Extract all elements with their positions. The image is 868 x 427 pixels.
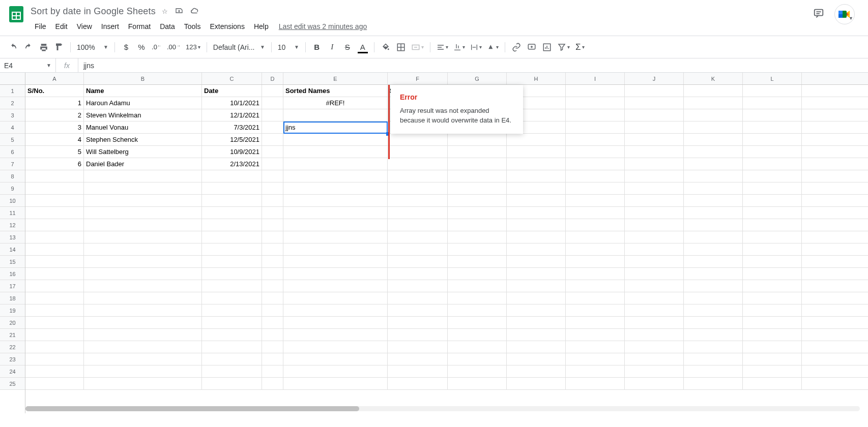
cell[interactable] xyxy=(684,109,743,121)
cell[interactable] xyxy=(625,268,684,280)
cell[interactable] xyxy=(743,268,802,280)
column-headers[interactable]: ABCDEFGHIJKL xyxy=(25,73,868,85)
cell[interactable] xyxy=(566,182,625,194)
cell[interactable] xyxy=(625,329,684,341)
cell[interactable] xyxy=(507,170,566,182)
cell[interactable] xyxy=(448,304,507,316)
cell[interactable] xyxy=(448,170,507,182)
row-header-9[interactable]: 9 xyxy=(0,182,25,195)
cell[interactable] xyxy=(262,256,283,267)
cell[interactable] xyxy=(625,280,684,292)
cell[interactable] xyxy=(262,97,283,109)
cell[interactable] xyxy=(684,195,743,206)
cell[interactable] xyxy=(625,256,684,267)
cell[interactable] xyxy=(84,243,202,255)
cell[interactable] xyxy=(84,207,202,219)
cell[interactable] xyxy=(262,121,283,133)
cell[interactable] xyxy=(84,268,202,280)
cell[interactable] xyxy=(566,268,625,280)
cell[interactable] xyxy=(388,146,448,158)
cell[interactable] xyxy=(262,170,283,182)
cell[interactable] xyxy=(743,109,802,121)
document-title[interactable]: Sort by date in Google Sheets xyxy=(31,6,156,17)
cell[interactable] xyxy=(743,134,802,145)
cell[interactable] xyxy=(625,219,684,231)
row-header-12[interactable]: 12 xyxy=(0,219,25,231)
menu-data[interactable]: Data xyxy=(156,20,179,33)
cell[interactable] xyxy=(743,378,802,389)
cell[interactable] xyxy=(507,317,566,328)
cell[interactable]: Name xyxy=(84,85,202,97)
comments-icon[interactable] xyxy=(813,8,824,21)
cell[interactable] xyxy=(262,243,283,255)
cell[interactable] xyxy=(566,85,625,97)
cell[interactable]: Steven Winkelman xyxy=(84,109,202,121)
cell[interactable] xyxy=(283,146,388,158)
column-header-J[interactable]: J xyxy=(625,73,684,84)
cell[interactable] xyxy=(84,329,202,341)
cell[interactable] xyxy=(388,304,448,316)
cell[interactable] xyxy=(262,207,283,219)
cell[interactable] xyxy=(743,292,802,304)
cell[interactable] xyxy=(684,182,743,194)
cell[interactable] xyxy=(25,219,84,231)
cell[interactable] xyxy=(25,353,84,365)
row-header-10[interactable]: 10 xyxy=(0,195,25,207)
menu-help[interactable]: Help xyxy=(250,20,273,33)
cell[interactable] xyxy=(262,365,283,377)
functions-button[interactable]: Σ▾ xyxy=(573,40,587,54)
cell[interactable] xyxy=(625,292,684,304)
cell[interactable] xyxy=(84,256,202,267)
cell[interactable] xyxy=(507,182,566,194)
menu-tools[interactable]: Tools xyxy=(180,20,205,33)
menu-insert[interactable]: Insert xyxy=(97,20,123,33)
cell[interactable] xyxy=(684,280,743,292)
cell[interactable] xyxy=(388,158,448,170)
cell[interactable] xyxy=(283,170,388,182)
cell[interactable] xyxy=(507,353,566,365)
cell[interactable]: Will Sattelberg xyxy=(84,146,202,158)
cell[interactable] xyxy=(684,207,743,219)
cell[interactable] xyxy=(388,182,448,194)
row-header-11[interactable]: 11 xyxy=(0,207,25,219)
bold-button[interactable]: B xyxy=(310,40,324,54)
cell[interactable] xyxy=(566,243,625,255)
cell[interactable] xyxy=(388,341,448,353)
cell[interactable] xyxy=(507,280,566,292)
cell[interactable] xyxy=(25,280,84,292)
cell[interactable] xyxy=(625,304,684,316)
cell[interactable] xyxy=(25,341,84,353)
cell[interactable] xyxy=(262,146,283,158)
cell[interactable] xyxy=(684,231,743,243)
cell[interactable] xyxy=(625,134,684,145)
insert-link-button[interactable] xyxy=(509,40,524,54)
column-header-E[interactable]: E xyxy=(283,73,388,84)
cell[interactable] xyxy=(743,341,802,353)
cell[interactable] xyxy=(283,182,388,194)
column-header-A[interactable]: A xyxy=(25,73,84,84)
cell[interactable]: jjns xyxy=(283,121,388,133)
cell[interactable] xyxy=(388,353,448,365)
cell[interactable] xyxy=(202,243,262,255)
row-header-3[interactable]: 3 xyxy=(0,109,25,121)
cell[interactable] xyxy=(625,97,684,109)
cell[interactable] xyxy=(625,243,684,255)
cell[interactable] xyxy=(743,365,802,377)
cell[interactable]: Haroun Adamu xyxy=(84,97,202,109)
cell[interactable] xyxy=(625,207,684,219)
cell[interactable] xyxy=(566,158,625,170)
cell[interactable] xyxy=(684,243,743,255)
cell[interactable] xyxy=(507,365,566,377)
cell[interactable] xyxy=(262,353,283,365)
redo-button[interactable] xyxy=(21,40,36,54)
cell[interactable] xyxy=(448,365,507,377)
cell[interactable] xyxy=(262,329,283,341)
cell[interactable] xyxy=(388,329,448,341)
cell[interactable] xyxy=(684,134,743,145)
cell[interactable] xyxy=(566,195,625,206)
meet-button[interactable]: ▼ xyxy=(834,4,855,24)
cell[interactable] xyxy=(84,280,202,292)
cell[interactable] xyxy=(743,317,802,328)
cell[interactable] xyxy=(448,353,507,365)
cell[interactable] xyxy=(84,353,202,365)
